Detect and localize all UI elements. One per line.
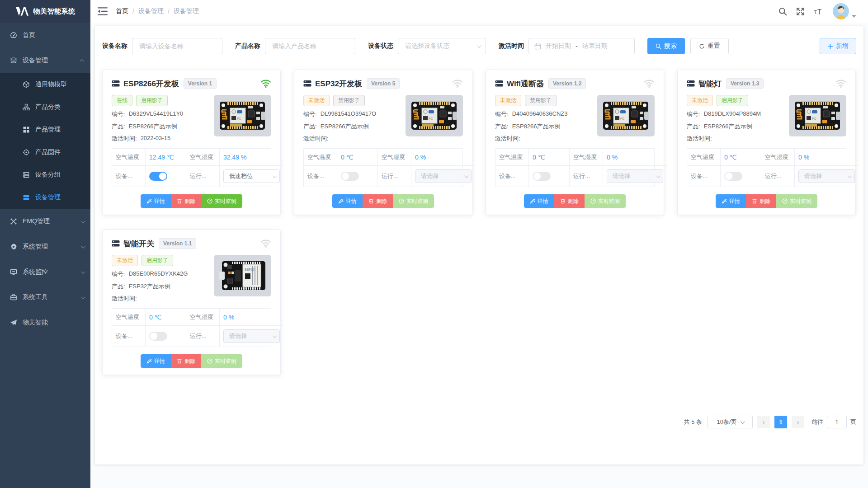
delete-button[interactable]: 删除 [554,194,585,208]
sidebar-item-home[interactable]: 首页 [0,23,90,48]
sidebar-item-product-category[interactable]: 产品分类 [0,96,90,118]
goto-page-input[interactable] [827,416,847,428]
temp-label: 空气温度 [687,149,721,166]
device-card: 智能开关 Version 1.1 未激活 启用影子 编号: D85E00R65D… [102,230,281,375]
page-number-1[interactable]: 1 [774,416,787,428]
chevron-down-icon [848,174,852,178]
board-illustration [408,98,460,133]
device-info: 未激活 启用影子 编号: D819DLX904P8894M 产品: ESP826… [687,95,783,143]
run-mode-select[interactable]: 低速档位 [223,169,280,183]
device-info: 未激活 禁用影子 编号: DL9981541O39417O 产品: ESP826… [303,95,400,143]
sidebar-item-wumei-smart[interactable]: 物美智能 [0,310,90,335]
sidebar-item-system-management[interactable]: 系统管理 [0,234,90,259]
detail-button[interactable]: 详情 [141,354,171,368]
property-table: 空气温度 0 ℃ 空气湿度 0 % 设备... 运行... 请选择 [687,148,846,187]
realtime-monitor-button[interactable]: 实时监测 [201,194,242,208]
toolbox-icon [10,294,17,301]
detail-button[interactable]: 详情 [716,194,746,208]
next-page-button[interactable]: › [792,416,804,428]
device-switch-toggle[interactable] [724,172,742,181]
rack-icon [23,171,30,178]
status-badge: 未激活 [303,95,330,106]
delete-button[interactable]: 删除 [363,194,393,208]
serial-value: D819DLX904P8894M [704,110,761,118]
wifi-status-icon [835,79,846,88]
sidebar-item-product-firmware[interactable]: 产品固件 [0,141,90,164]
device-switch-label: 设备... [304,166,337,187]
sidebar-item-device-group[interactable]: 设备分组 [0,164,90,186]
refresh-icon [699,43,705,49]
avatar[interactable] [833,3,849,19]
card-body: 未激活 启用影子 编号: D85E00R65DYXK42G 产品: ESP32产… [112,255,271,303]
board-illustration [600,98,651,133]
card-header: Wifi通断器 Version 1.2 [495,78,655,89]
product-line: 产品: ESP8266产品示例 [687,122,783,131]
date-range-picker[interactable]: 开始日期 - 结束日期 [528,38,635,54]
realtime-monitor-button[interactable]: 实时监测 [585,194,626,208]
run-mode-select[interactable]: 请选择 [223,329,280,343]
tree-icon [23,103,30,111]
app-logo[interactable]: 物美智能系统 [0,0,90,23]
realtime-monitor-button[interactable]: 实时监测 [201,354,242,368]
font-size-icon[interactable] [814,7,824,16]
delete-button[interactable]: 删除 [171,354,201,368]
prev-page-button[interactable]: ‹ [757,416,770,428]
run-mode-select[interactable]: 请选择 [415,169,472,183]
product-value: ESP8266产品示例 [512,122,561,131]
reset-button[interactable]: 重置 [690,38,729,54]
serial-value: D6329VL54419L1Y0 [129,110,184,118]
gauge-icon [590,198,596,204]
breadcrumb-device-management[interactable]: 设备管理 [138,7,164,15]
shadow-badge: 启用影子 [717,95,748,106]
device-switch-toggle[interactable] [533,172,551,181]
sidebar-item-system-tools[interactable]: 系统工具 [0,285,90,310]
trash-icon [177,198,182,204]
status-badge: 未激活 [112,255,138,266]
delete-button[interactable]: 删除 [171,194,201,208]
run-mode-select[interactable]: 请选择 [607,169,663,183]
detail-button[interactable]: 详情 [141,194,171,208]
realtime-monitor-button[interactable]: 实时监测 [776,194,817,208]
gauge-icon [207,358,212,364]
fullscreen-icon[interactable] [796,7,805,16]
add-device-button[interactable]: 新增 [820,38,856,54]
device-name-input[interactable] [132,38,222,54]
card-header: ESP32开发板 Version 5 [303,78,463,89]
device-switch-toggle[interactable] [149,332,167,341]
sidebar-item-device-list[interactable]: 设备管理 [0,186,90,209]
detail-button[interactable]: 详情 [524,194,554,208]
sidebar-item-product-management[interactable]: 产品管理 [0,118,90,141]
delete-button[interactable]: 删除 [746,194,776,208]
product-name-input[interactable] [265,38,355,54]
shadow-badge: 禁用影子 [525,95,557,106]
chevron-down-icon [273,174,277,178]
property-table: 空气温度 0 ℃ 空气湿度 0 % 设备... 运行... 请选择 [495,148,655,187]
detail-button[interactable]: 详情 [332,194,363,208]
device-image [597,95,655,136]
search-icon[interactable] [778,7,787,16]
breadcrumb-home[interactable]: 首页 [116,7,128,15]
board-illustration [792,98,843,133]
run-mode-label: 运行... [761,166,795,187]
server-icon [687,80,695,87]
sidebar-item-system-monitor[interactable]: 系统监控 [0,259,90,285]
sidebar-item-emq[interactable]: EMQ管理 [0,209,90,234]
page-size-select[interactable]: 10条/页 [708,416,753,428]
device-status-select[interactable]: 请选择设备状态 [398,38,486,54]
paper-plane-icon [10,319,17,326]
emq-icon [10,218,17,225]
filter-device-status: 设备状态 请选择设备状态 [368,38,486,54]
card-actions: 详情 删除 实时监测 [495,194,655,208]
device-switch-toggle[interactable] [341,172,359,181]
gear-icon [10,243,17,250]
search-button[interactable]: 搜索 [647,38,685,54]
realtime-monitor-button[interactable]: 实时监测 [393,194,434,208]
menu-fold-icon[interactable] [98,7,108,16]
user-menu[interactable] [833,3,856,19]
sidebar-item-device-management[interactable]: 设备管理 [0,48,90,73]
run-mode-select[interactable]: 请选择 [798,169,855,183]
sidebar-item-thing-model[interactable]: 通用物模型 [0,73,90,96]
temp-value: 0 ℃ [721,149,761,166]
device-switch-toggle[interactable] [149,172,167,181]
card-body: 未激活 禁用影子 编号: D40409640636CNZ3 产品: ESP826… [495,95,655,143]
